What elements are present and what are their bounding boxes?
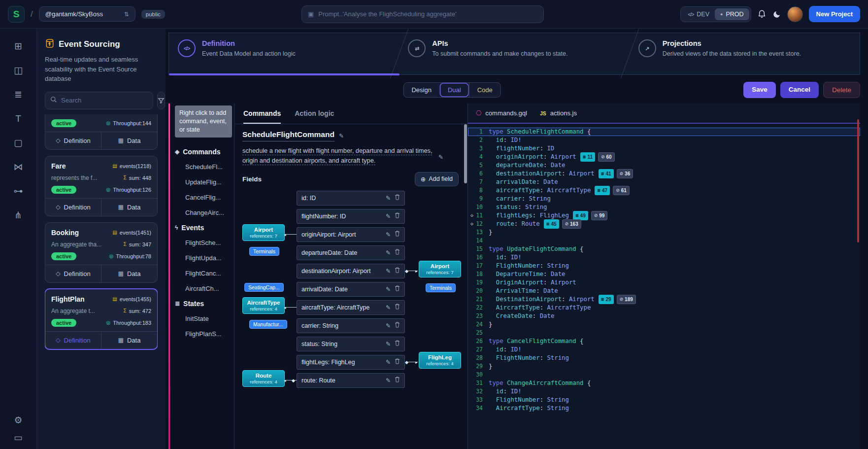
- type-node[interactable]: AircraftTypereferences: 4: [242, 297, 285, 314]
- definition-button[interactable]: ◇Definition: [45, 332, 101, 349]
- usage-badge[interactable]: ⊘61: [613, 186, 630, 195]
- delete-field-icon[interactable]: [395, 340, 400, 347]
- field-row[interactable]: status: String✎: [297, 337, 405, 351]
- user-avatar[interactable]: [787, 6, 803, 22]
- usage-badge[interactable]: ⊘163: [562, 219, 581, 229]
- display-icon[interactable]: ▭: [14, 433, 23, 442]
- delete-field-icon[interactable]: [395, 304, 400, 311]
- data-button[interactable]: ▦Data: [101, 265, 157, 282]
- usage-badge[interactable]: ⊘36: [617, 169, 634, 178]
- selection-icon[interactable]: ▢: [14, 138, 23, 147]
- reference-chip[interactable]: Terminals: [426, 283, 456, 292]
- tree-item[interactable]: ScheduleFl...: [175, 159, 232, 174]
- tree-item[interactable]: UpdateFlig...: [175, 174, 232, 190]
- delete-field-icon[interactable]: [395, 377, 400, 384]
- edit-field-icon[interactable]: ✎: [386, 359, 391, 366]
- delete-field-icon[interactable]: [395, 285, 400, 293]
- code-scrollbar[interactable]: [857, 119, 859, 242]
- dark-mode-moon-icon[interactable]: [772, 10, 781, 19]
- type-node[interactable]: FlighLegreferences: 4: [419, 352, 461, 369]
- type-node[interactable]: Airportreferences: 7: [242, 224, 285, 241]
- branch-icon[interactable]: ⋔: [14, 210, 22, 220]
- step-definition[interactable]: </>DefinitionEvent Data Model and action…: [169, 33, 399, 74]
- delete-field-icon[interactable]: [395, 322, 400, 329]
- field-row[interactable]: originAirport: Airport✎: [297, 227, 405, 242]
- edit-description-icon[interactable]: ✎: [438, 153, 443, 162]
- field-row[interactable]: departureDate: Date✎: [297, 245, 405, 260]
- edit-field-icon[interactable]: ✎: [386, 304, 391, 311]
- field-row[interactable]: destinationAirport: Airport✎: [297, 264, 405, 278]
- tab-action-logic[interactable]: Action logic: [295, 109, 334, 124]
- delete-button[interactable]: Delete: [823, 82, 860, 98]
- view-mode-design[interactable]: Design: [403, 83, 439, 97]
- field-row[interactable]: id: ID✎: [297, 191, 405, 206]
- tree-section-events[interactable]: ϟEvents: [175, 220, 232, 235]
- add-field-button[interactable]: ⊕Add field: [415, 172, 459, 186]
- field-row[interactable]: flightLegs: FlighLeg✎: [297, 355, 405, 370]
- edit-field-icon[interactable]: ✎: [386, 286, 391, 293]
- edit-field-icon[interactable]: ✎: [386, 268, 391, 275]
- field-row[interactable]: arrivalDate: Date✎: [297, 282, 405, 297]
- field-row[interactable]: flightNumber: ID✎: [297, 209, 405, 224]
- usage-badge[interactable]: ⊘99: [591, 211, 608, 220]
- reference-chip[interactable]: Manufactur...: [249, 320, 287, 329]
- field-row[interactable]: aircraftType: AircraftType✎: [297, 300, 405, 315]
- delete-field-icon[interactable]: [395, 194, 400, 202]
- data-button[interactable]: ▦Data: [101, 199, 157, 216]
- prompt-input[interactable]: [318, 10, 537, 18]
- new-project-button[interactable]: New Project: [809, 6, 860, 22]
- tree-item[interactable]: FlightCanc...: [175, 266, 232, 281]
- settings-icon[interactable]: ⚙: [14, 415, 22, 425]
- delete-field-icon[interactable]: [395, 267, 400, 275]
- definition-button[interactable]: ◇Definition: [45, 265, 101, 282]
- code-editor[interactable]: 1type ScheduleFlightCommand {2 id: ID!3 …: [468, 124, 860, 449]
- search-input[interactable]: [61, 97, 148, 104]
- edit-field-icon[interactable]: ✎: [386, 341, 391, 347]
- aggregate-card[interactable]: active◎Throughput:144◇Definition▦Data: [45, 114, 158, 150]
- tree-item[interactable]: CancelFlig...: [175, 190, 232, 205]
- references-badge[interactable]: ≣29: [599, 295, 614, 304]
- edit-title-icon[interactable]: ✎: [339, 133, 344, 139]
- edit-field-icon[interactable]: ✎: [386, 231, 391, 238]
- delete-field-icon[interactable]: [395, 358, 400, 366]
- new-panel-icon[interactable]: ⊞: [14, 41, 22, 51]
- tree-item[interactable]: FlightUpda...: [175, 250, 232, 266]
- usage-badge[interactable]: ⊘60: [598, 152, 615, 162]
- step-projections[interactable]: ↗ProjectionsDerived views of the data st…: [630, 33, 860, 74]
- tab-commands[interactable]: Commands: [243, 109, 281, 124]
- database-icon[interactable]: ≣: [14, 90, 22, 99]
- code-tab[interactable]: JSactions.js: [540, 109, 577, 117]
- edit-field-icon[interactable]: ✎: [386, 322, 391, 329]
- app-logo[interactable]: S: [8, 6, 25, 23]
- graph-icon[interactable]: ⋈: [14, 162, 23, 172]
- flow-icon[interactable]: ⊶: [14, 186, 23, 196]
- aggregate-card[interactable]: Fare▤events(1218)represents the f...Σsum…: [45, 156, 158, 216]
- tree-item[interactable]: FlightSche...: [175, 235, 232, 250]
- tree-item[interactable]: ChangeAirc...: [175, 205, 232, 220]
- text-tool-icon[interactable]: T: [15, 114, 21, 123]
- data-button[interactable]: ▦Data: [101, 332, 157, 349]
- env-dev-button[interactable]: </>DEV: [682, 8, 715, 20]
- type-node[interactable]: Airportreferences: 7: [419, 261, 461, 277]
- env-prod-button[interactable]: ●PROD: [715, 8, 749, 20]
- data-button[interactable]: ▦Data: [101, 132, 157, 149]
- code-tab[interactable]: ⎔commands.gql: [476, 109, 527, 117]
- references-badge[interactable]: ≣45: [544, 219, 559, 229]
- save-button[interactable]: Save: [743, 82, 776, 98]
- edit-field-icon[interactable]: ✎: [386, 195, 391, 202]
- kanban-icon[interactable]: ◫: [14, 66, 23, 75]
- references-badge[interactable]: ≣41: [599, 169, 614, 178]
- notifications-bell-icon[interactable]: [757, 9, 767, 19]
- edit-field-icon[interactable]: ✎: [386, 377, 391, 384]
- view-mode-code[interactable]: Code: [469, 83, 501, 97]
- view-mode-dual[interactable]: Dual: [439, 83, 469, 97]
- references-badge[interactable]: ≣47: [595, 186, 610, 195]
- filter-button[interactable]: [157, 92, 165, 109]
- delete-field-icon[interactable]: [395, 212, 400, 220]
- reference-chip[interactable]: SeatingCap...: [244, 283, 284, 292]
- delete-field-icon[interactable]: [395, 231, 400, 238]
- delete-field-icon[interactable]: [395, 249, 400, 256]
- edit-field-icon[interactable]: ✎: [386, 213, 391, 220]
- tree-item[interactable]: FlighPlanS...: [175, 326, 232, 342]
- step-apis[interactable]: ⇄APIsTo submit commands and make changes…: [399, 33, 629, 74]
